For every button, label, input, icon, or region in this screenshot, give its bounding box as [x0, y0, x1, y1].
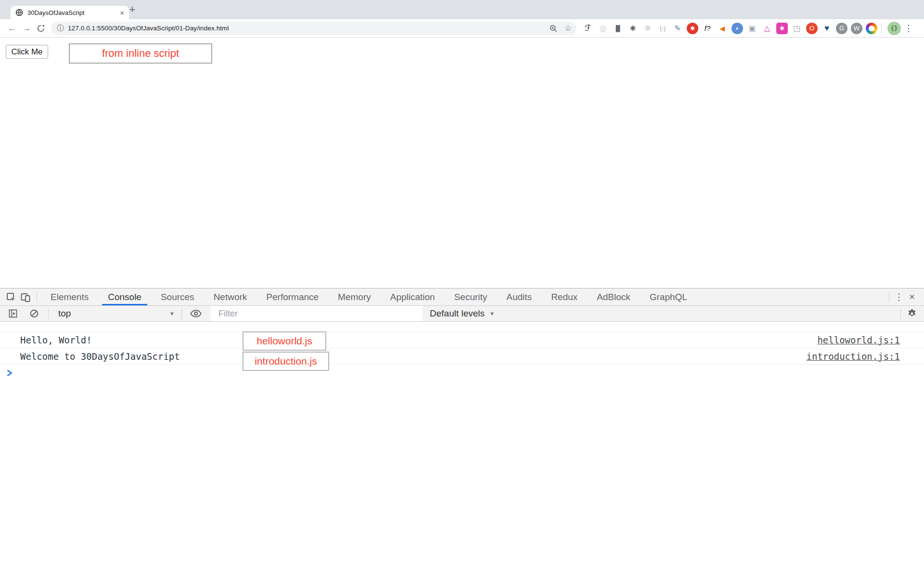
g-circle-icon[interactable]: G [836, 23, 847, 34]
devtools-tab-adblock[interactable]: AdBlock [587, 289, 640, 305]
reload-icon[interactable] [34, 24, 48, 33]
annotation-introduction-js: introduction.js [243, 352, 329, 371]
fq-icon[interactable]: f? [702, 23, 713, 34]
settings-gear-icon[interactable] [905, 308, 919, 319]
devtools-menu-icon[interactable]: ⋮ [893, 291, 905, 302]
log-levels-select[interactable]: Default levels ▼ [430, 308, 495, 319]
console-source-link[interactable]: introduction.js:1 [807, 351, 900, 362]
console-prompt[interactable] [0, 365, 924, 381]
columns-icon[interactable]: ▐▌ [612, 23, 624, 34]
devtools-separator [37, 292, 37, 302]
devtools-close-icon[interactable]: × [905, 291, 919, 302]
info-icon[interactable]: ⓘ [57, 24, 64, 33]
devtools-panel: Elements Console Sources Network Perform… [0, 288, 924, 578]
pink-triangle-icon[interactable]: △ [761, 23, 773, 34]
frame-context-select[interactable]: top ▼ [52, 308, 178, 319]
megaphone-icon[interactable]: ◀ [717, 23, 728, 34]
tab-close-icon[interactable]: × [120, 9, 124, 16]
braces-icon[interactable]: (-) [657, 23, 668, 34]
zoom-icon[interactable] [549, 24, 558, 33]
devtools-separator [889, 292, 889, 302]
click-me-button[interactable]: Click Me [6, 45, 48, 59]
red-ring-icon[interactable]: O [806, 23, 818, 34]
devtools-tab-sources[interactable]: Sources [151, 289, 204, 305]
console-message-text: Welcome to 30DaysOfJavaScript [20, 351, 807, 362]
fonts-ninja-icon[interactable]: ℱ [582, 23, 594, 34]
chevron-down-icon: ▼ [169, 311, 175, 316]
url-bar[interactable]: ⓘ 127.0.0.1:5500/30DaysOfJavaScript/01-D… [51, 22, 577, 35]
log-levels-value: Default levels [430, 308, 485, 319]
console-toolbar-separator [48, 308, 49, 319]
globe-favicon-icon [15, 9, 23, 16]
extensions-row: ℱ◎▐▌✱✽(-)✎✱f?◀◗▣△✱◳O♥GW [582, 23, 877, 34]
browser-menu-icon[interactable]: ⋮ [903, 23, 914, 34]
toolbar-separator [881, 23, 882, 34]
devtools-tab-audits[interactable]: Audits [497, 289, 541, 305]
eyedropper-icon[interactable]: ✎ [672, 23, 683, 34]
color-wheel-icon[interactable] [866, 23, 877, 34]
devtools-tab-redux[interactable]: Redux [541, 289, 587, 305]
devtools-tab-performance[interactable]: Performance [257, 289, 328, 305]
stop-hand-icon[interactable]: ✱ [687, 23, 698, 34]
console-sidebar-icon[interactable] [6, 309, 20, 318]
camera-icon[interactable]: ▣ [746, 23, 758, 34]
flower-grid-icon[interactable]: ✽ [642, 23, 654, 34]
devtools-tab-application[interactable]: Application [381, 289, 445, 305]
inline-script-box: from inline script [69, 43, 212, 64]
console-source-link[interactable]: helloworld.js:1 [817, 335, 900, 345]
tab-title: 30DaysOfJavaScript [27, 9, 116, 16]
tab-strip: 30DaysOfJavaScript × + [0, 0, 924, 19]
page-content: Click Me from inline script [0, 38, 924, 288]
devtools-tab-elements[interactable]: Elements [41, 289, 98, 305]
bookmark-star-icon[interactable]: ☆ [565, 23, 572, 33]
live-expression-eye-icon[interactable] [189, 310, 203, 317]
forward-icon[interactable]: → [19, 23, 34, 34]
new-tab-button[interactable]: + [126, 3, 139, 16]
filter-input[interactable] [211, 306, 423, 321]
back-icon[interactable]: ← [5, 23, 19, 34]
devtools-tab-bar: Elements Console Sources Network Perform… [0, 289, 924, 306]
w-circle-icon[interactable]: W [851, 23, 862, 34]
console-message-text: Hello, World! [20, 335, 817, 345]
chevron-down-icon: ▼ [489, 311, 495, 316]
console-toolbar-separator [900, 308, 901, 319]
annotation-helloworld-js: helloworld.js [243, 331, 326, 351]
url-text: 127.0.0.1:5500/30DaysOfJavaScript/01-Day… [68, 25, 542, 32]
console-output: Hello, World! helloworld.js:1 Welcome to… [0, 322, 924, 381]
bug-icon[interactable]: ✱ [627, 23, 639, 34]
inspect-icon[interactable] [4, 292, 18, 302]
devtools-tab-console[interactable]: Console [98, 289, 151, 305]
profile-avatar[interactable]: {} [887, 22, 901, 35]
devtools-tab-memory[interactable]: Memory [328, 289, 381, 305]
browser-window: 30DaysOfJavaScript × + ← → ⓘ 127.0.0.1:5… [0, 0, 924, 578]
atom-icon[interactable]: ◎ [597, 23, 609, 34]
devtools-tab-network[interactable]: Network [204, 289, 257, 305]
browser-tab[interactable]: 30DaysOfJavaScript × [11, 6, 129, 19]
swirl-icon[interactable]: ◗ [732, 23, 743, 34]
browser-toolbar: ← → ⓘ 127.0.0.1:5500/30DaysOfJavaScript/… [0, 19, 924, 38]
devtools-tab-security[interactable]: Security [445, 289, 497, 305]
devtools-tab-graphql[interactable]: GraphQL [640, 289, 697, 305]
prompt-chevron-icon [7, 369, 13, 377]
heart-search-icon[interactable]: ♥ [821, 23, 833, 34]
console-toolbar-separator [181, 308, 182, 319]
clear-console-icon[interactable] [27, 309, 41, 318]
device-toolbar-icon[interactable] [18, 292, 33, 302]
pink-square-icon[interactable]: ✱ [776, 23, 788, 34]
console-message-row: Hello, World! helloworld.js:1 [0, 331, 924, 348]
console-toolbar: top ▼ Default levels ▼ [0, 306, 924, 322]
blocks-icon[interactable]: ◳ [791, 23, 803, 34]
frame-context-value: top [58, 308, 71, 319]
console-message-row: Welcome to 30DaysOfJavaScript introducti… [0, 348, 924, 365]
